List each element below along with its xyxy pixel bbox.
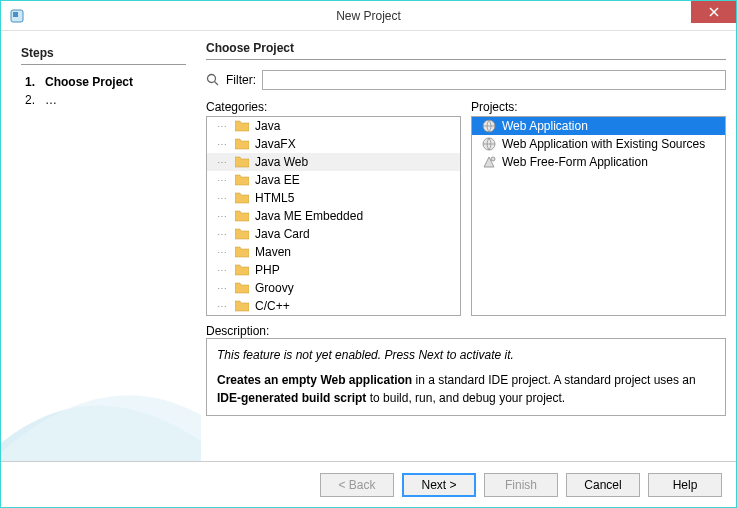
window-title: New Project (336, 9, 401, 23)
category-label: PHP (255, 263, 280, 277)
lists-row: Categories: ⋯Java⋯JavaFX⋯Java Web⋯Java E… (206, 100, 726, 316)
app-icon (9, 8, 25, 24)
category-label: Java Card (255, 227, 310, 241)
project-item[interactable]: Web Application (472, 117, 725, 135)
description-text: Creates an empty Web application in a st… (217, 372, 715, 407)
search-icon (206, 73, 220, 87)
step-item: 1. Choose Project (21, 73, 186, 91)
project-label: Web Application with Existing Sources (502, 137, 705, 151)
steps-panel: Steps 1. Choose Project 2. … (11, 41, 196, 451)
dialog-content: Steps 1. Choose Project 2. … Choose Proj… (1, 31, 736, 461)
cancel-button[interactable]: Cancel (566, 473, 640, 497)
category-label: Java (255, 119, 280, 133)
main-heading: Choose Project (206, 41, 726, 60)
category-label: HTML5 (255, 191, 294, 205)
category-label: Maven (255, 245, 291, 259)
close-icon (709, 7, 719, 17)
category-item[interactable]: ⋯Maven (207, 243, 460, 261)
tree-connector: ⋯ (217, 211, 229, 222)
step-label: Choose Project (45, 75, 133, 89)
projects-label: Projects: (471, 100, 726, 114)
category-item[interactable]: ⋯Groovy (207, 279, 460, 297)
folder-icon (235, 156, 249, 168)
categories-label: Categories: (206, 100, 461, 114)
button-bar: < Back Next > Finish Cancel Help (1, 461, 736, 507)
tree-connector: ⋯ (217, 121, 229, 132)
close-button[interactable] (691, 1, 736, 23)
folder-icon (235, 228, 249, 240)
decorative-swoosh (1, 261, 201, 461)
svg-line-3 (215, 82, 219, 86)
category-item[interactable]: ⋯PHP (207, 261, 460, 279)
tree-connector: ⋯ (217, 283, 229, 294)
step-label: … (45, 93, 57, 107)
description-notice: This feature is not yet enabled. Press N… (217, 347, 715, 364)
steps-heading: Steps (21, 46, 186, 65)
svg-rect-1 (13, 12, 18, 17)
category-label: C/C++ (255, 299, 290, 313)
tree-connector: ⋯ (217, 265, 229, 276)
tree-connector: ⋯ (217, 247, 229, 258)
category-label: Java ME Embedded (255, 209, 363, 223)
folder-icon (235, 300, 249, 312)
folder-icon (235, 282, 249, 294)
folder-icon (235, 120, 249, 132)
category-item[interactable]: ⋯Java (207, 117, 460, 135)
svg-point-6 (491, 157, 495, 161)
tree-connector: ⋯ (217, 301, 229, 312)
categories-listbox[interactable]: ⋯Java⋯JavaFX⋯Java Web⋯Java EE⋯HTML5⋯Java… (206, 116, 461, 316)
project-item[interactable]: Web Application with Existing Sources (472, 135, 725, 153)
new-project-dialog: New Project Steps 1. Choose Project 2. …… (0, 0, 737, 508)
project-item[interactable]: Web Free-Form Application (472, 153, 725, 171)
steps-list: 1. Choose Project 2. … (21, 73, 186, 109)
folder-icon (235, 210, 249, 222)
folder-icon (235, 192, 249, 204)
tree-connector: ⋯ (217, 229, 229, 240)
step-number: 2. (21, 93, 35, 107)
category-label: JavaFX (255, 137, 296, 151)
filter-input[interactable] (262, 70, 726, 90)
category-label: Groovy (255, 281, 294, 295)
category-item[interactable]: ⋯Java Web (207, 153, 460, 171)
tree-connector: ⋯ (217, 193, 229, 204)
description-section: Description: This feature is not yet ena… (206, 324, 726, 416)
category-item[interactable]: ⋯JavaFX (207, 135, 460, 153)
folder-icon (235, 174, 249, 186)
projects-column: Projects: Web ApplicationWeb Application… (471, 100, 726, 316)
globe-icon (482, 137, 496, 151)
description-label: Description: (206, 324, 269, 338)
next-button[interactable]: Next > (402, 473, 476, 497)
folder-icon (235, 138, 249, 150)
category-item[interactable]: ⋯Java Card (207, 225, 460, 243)
folder-icon (235, 264, 249, 276)
project-label: Web Application (502, 119, 588, 133)
filter-label: Filter: (226, 73, 256, 87)
project-label: Web Free-Form Application (502, 155, 648, 169)
help-button[interactable]: Help (648, 473, 722, 497)
projects-listbox[interactable]: Web ApplicationWeb Application with Exis… (471, 116, 726, 316)
svg-point-2 (208, 75, 216, 83)
description-box: This feature is not yet enabled. Press N… (206, 338, 726, 416)
tree-connector: ⋯ (217, 175, 229, 186)
filter-row: Filter: (206, 68, 726, 92)
freeform-icon (482, 155, 496, 169)
category-label: Java EE (255, 173, 300, 187)
step-number: 1. (21, 75, 35, 89)
back-button[interactable]: < Back (320, 473, 394, 497)
folder-icon (235, 246, 249, 258)
finish-button[interactable]: Finish (484, 473, 558, 497)
main-panel: Choose Project Filter: Categories: ⋯Java… (206, 41, 726, 451)
category-item[interactable]: ⋯Java EE (207, 171, 460, 189)
step-item: 2. … (21, 91, 186, 109)
tree-connector: ⋯ (217, 139, 229, 150)
globe-icon (482, 119, 496, 133)
category-label: Java Web (255, 155, 308, 169)
category-item[interactable]: ⋯Java ME Embedded (207, 207, 460, 225)
tree-connector: ⋯ (217, 157, 229, 168)
categories-column: Categories: ⋯Java⋯JavaFX⋯Java Web⋯Java E… (206, 100, 461, 316)
category-item[interactable]: ⋯HTML5 (207, 189, 460, 207)
titlebar[interactable]: New Project (1, 1, 736, 31)
category-item[interactable]: ⋯C/C++ (207, 297, 460, 315)
